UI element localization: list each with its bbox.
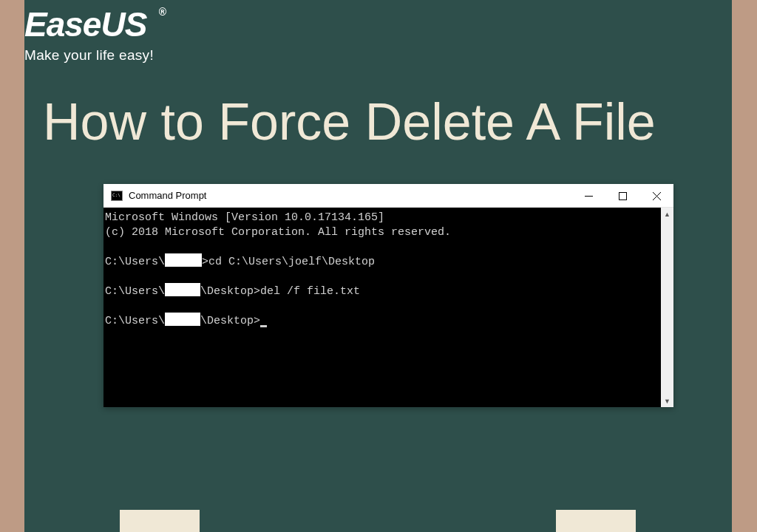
prompt-prefix: C:\Users\	[105, 315, 165, 327]
brand-logo: EaseUS® Make your life easy!	[24, 4, 154, 64]
registered-mark: ®	[159, 6, 166, 18]
terminal-blank	[105, 299, 661, 314]
prompt-prefix: C:\Users\	[105, 285, 165, 298]
brand-text: EaseUS	[24, 5, 146, 44]
window-controls	[571, 184, 673, 208]
terminal-line-copyright: (c) 2018 Microsoft Corporation. All righ…	[105, 225, 661, 240]
cd-command: >cd C:\Users\joelf\Desktop	[202, 256, 375, 268]
terminal-line-version: Microsoft Windows [Version 10.0.17134.16…	[105, 211, 661, 225]
redacted-username	[165, 283, 200, 296]
svg-rect-1	[619, 192, 626, 200]
terminal-blank	[105, 270, 661, 284]
prompt-prefix: C:\Users\	[105, 256, 165, 268]
cmd-icon	[111, 191, 123, 201]
del-command: \Desktop>del /f file.txt	[200, 285, 360, 298]
decorative-block-right	[556, 510, 636, 532]
redacted-username	[165, 313, 200, 326]
prompt-path: \Desktop>	[200, 315, 260, 327]
terminal-line-cd: C:\Users\>cd C:\Users\joelf\Desktop	[105, 255, 661, 270]
terminal-blank	[105, 240, 661, 255]
window-titlebar[interactable]: Command Prompt	[103, 184, 673, 208]
content-panel: EaseUS® Make your life easy! How to Forc…	[24, 0, 732, 532]
terminal-cursor	[260, 325, 267, 327]
terminal-line-del: C:\Users\\Desktop>del /f file.txt	[105, 284, 661, 299]
command-prompt-window: Command Prompt Microsoft Windows [Versio…	[103, 184, 673, 407]
close-button[interactable]	[639, 184, 673, 208]
maximize-button[interactable]	[605, 184, 639, 208]
decorative-block-left	[120, 510, 200, 532]
window-title: Command Prompt	[129, 190, 206, 201]
brand-name: EaseUS®	[24, 4, 154, 44]
terminal-line-prompt: C:\Users\\Desktop>	[105, 314, 661, 329]
scroll-down-arrow[interactable]: ▼	[661, 395, 673, 407]
page-title: How to Force Delete A File	[43, 92, 656, 151]
terminal-viewport: Microsoft Windows [Version 10.0.17134.16…	[103, 208, 673, 407]
scroll-up-arrow[interactable]: ▲	[661, 208, 673, 220]
redacted-username	[165, 253, 202, 267]
minimize-button[interactable]	[571, 184, 605, 208]
terminal-body[interactable]: Microsoft Windows [Version 10.0.17134.16…	[103, 208, 661, 407]
vertical-scrollbar[interactable]: ▲ ▼	[661, 208, 673, 407]
brand-tagline: Make your life easy!	[24, 47, 154, 64]
